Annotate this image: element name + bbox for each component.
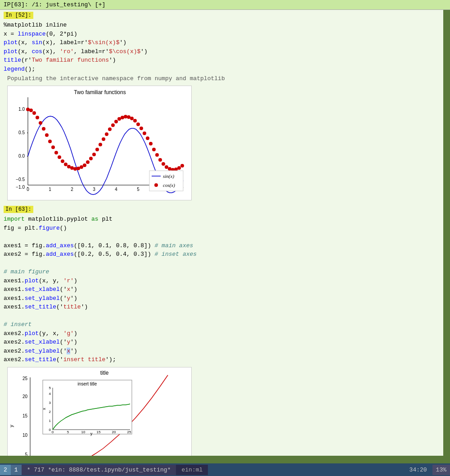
status-mode: ein:ml (176, 465, 208, 475)
status-num-2: 2 (0, 465, 11, 475)
svg-point-63 (162, 162, 165, 166)
svg-text:5: 5 (67, 430, 69, 434)
svg-point-30 (58, 155, 61, 159)
status-percent: 13% (432, 465, 450, 475)
cell-52-code[interactable]: %matplotlib inline x = linspace(0, 2*pi)… (4, 20, 440, 74)
svg-point-29 (54, 151, 58, 154)
svg-point-20 (26, 108, 30, 111)
svg-point-49 (117, 117, 121, 121)
svg-point-65 (168, 167, 171, 171)
svg-text:0.0: 0.0 (18, 154, 25, 159)
svg-text:cos(x): cos(x) (163, 182, 175, 188)
svg-text:1.0: 1.0 (18, 107, 25, 112)
svg-point-52 (127, 115, 130, 119)
svg-point-27 (48, 140, 52, 143)
svg-point-47 (111, 123, 115, 127)
title-bar: IP[63]: /1: just_testing\ [+] (0, 0, 450, 10)
svg-point-50 (121, 116, 124, 119)
cell-52: In [52]: %matplotlib inline x = linspace… (0, 10, 443, 86)
svg-text:15: 15 (97, 430, 101, 434)
svg-text:3: 3 (93, 187, 95, 192)
svg-point-36 (76, 167, 80, 170)
svg-text:5: 5 (25, 452, 27, 456)
title-text: IP[63]: /1: just_testing\ [+] (4, 1, 105, 8)
svg-point-23 (36, 116, 39, 119)
svg-point-57 (143, 131, 146, 135)
cell-52-output: Populating the interactive namespace fro… (4, 74, 440, 84)
svg-point-68 (177, 166, 181, 170)
svg-text:y: y (90, 431, 93, 436)
svg-text:4: 4 (115, 187, 117, 192)
cell-63-label: In [63]: (4, 206, 33, 213)
svg-text:sin(x): sin(x) (163, 173, 174, 179)
svg-point-64 (165, 165, 168, 169)
svg-point-37 (80, 165, 83, 169)
svg-point-46 (108, 127, 112, 131)
svg-point-51 (124, 115, 127, 118)
status-file: * 717 *ein: 8888/test.ipynb/just_testing… (22, 465, 176, 475)
svg-text:1: 1 (49, 187, 51, 192)
svg-point-56 (140, 127, 143, 130)
status-right: 34:20 13% (404, 465, 450, 475)
svg-point-28 (51, 145, 55, 149)
svg-point-43 (99, 143, 102, 146)
svg-point-59 (149, 142, 153, 145)
svg-point-26 (45, 133, 49, 137)
svg-text:−1.0: −1.0 (16, 185, 25, 190)
svg-point-53 (130, 117, 134, 120)
cell-52-label: In [52]: (4, 12, 33, 19)
svg-text:2: 2 (49, 410, 51, 414)
svg-point-62 (158, 158, 162, 162)
svg-point-60 (152, 148, 156, 151)
svg-text:title: title (100, 370, 109, 376)
cell-63: In [63]: import matplotlib.pyplot as plt… (0, 204, 443, 367)
svg-point-55 (136, 122, 140, 126)
svg-text:Two familiar functions: Two familiar functions (74, 89, 126, 95)
svg-point-41 (92, 153, 96, 156)
status-left: 2 1 * 717 *ein: 8888/test.ipynb/just_tes… (0, 465, 208, 475)
svg-point-48 (114, 120, 118, 123)
svg-text:3: 3 (49, 401, 51, 405)
status-bar: 2 1 * 717 *ein: 8888/test.ipynb/just_tes… (0, 463, 450, 476)
svg-text:y: y (9, 424, 14, 427)
svg-point-44 (102, 137, 105, 141)
svg-text:25: 25 (127, 430, 131, 434)
svg-point-35 (73, 167, 77, 171)
svg-point-25 (42, 127, 45, 131)
svg-point-34 (70, 166, 74, 170)
svg-point-69 (180, 164, 184, 168)
svg-rect-92 (43, 380, 132, 434)
plot-2-container: title y x 0 5 10 15 20 25 0 1 2 3 4 (7, 367, 440, 456)
svg-point-40 (89, 157, 93, 160)
svg-text:10: 10 (81, 430, 86, 434)
svg-point-54 (133, 119, 137, 122)
svg-text:5: 5 (49, 386, 51, 390)
plot-2-svg: title y x 0 5 10 15 20 25 0 1 2 3 4 (7, 367, 192, 456)
notebook-area: In [52]: %matplotlib inline x = linspace… (0, 10, 443, 456)
svg-point-42 (95, 148, 99, 151)
svg-point-24 (39, 121, 42, 125)
svg-text:20: 20 (112, 430, 116, 434)
svg-point-58 (146, 136, 149, 140)
svg-text:25: 25 (22, 376, 28, 381)
svg-point-38 (83, 163, 86, 167)
plot-1-svg: Two familiar functions 1.0 0.5 0.0 −0.5 … (7, 86, 192, 200)
svg-text:0: 0 (52, 430, 54, 434)
svg-point-22 (32, 111, 36, 115)
cell-63-code[interactable]: import matplotlib.pyplot as plt fig = pl… (4, 214, 440, 365)
svg-point-73 (154, 183, 158, 187)
svg-point-33 (67, 165, 71, 168)
svg-text:insert title: insert title (78, 381, 97, 386)
status-position: 34:20 (404, 465, 432, 475)
svg-text:−0.5: −0.5 (16, 177, 25, 182)
svg-text:1: 1 (49, 419, 51, 423)
svg-text:10: 10 (22, 433, 28, 438)
svg-point-31 (61, 159, 64, 163)
svg-text:0: 0 (27, 187, 29, 192)
svg-point-21 (29, 109, 33, 112)
svg-text:2: 2 (71, 187, 73, 192)
svg-text:15: 15 (22, 413, 28, 418)
svg-point-39 (86, 160, 90, 164)
svg-text:0: 0 (49, 428, 51, 432)
svg-point-45 (105, 132, 108, 136)
